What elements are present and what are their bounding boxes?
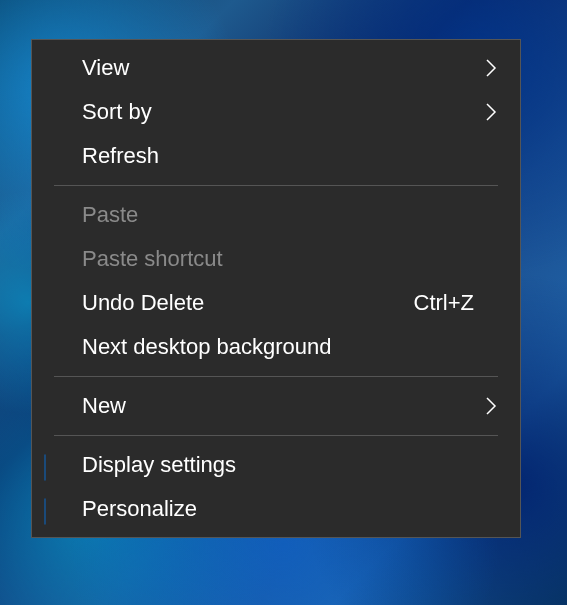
menu-item-refresh[interactable]: Refresh	[32, 134, 520, 178]
desktop-context-menu: View Sort by Refresh Paste Paste shortcu…	[31, 39, 521, 538]
menu-item-next-background[interactable]: Next desktop background	[32, 325, 520, 369]
menu-item-label: View	[80, 55, 480, 81]
menu-item-paste: Paste	[32, 193, 520, 237]
menu-item-label: Paste shortcut	[80, 246, 480, 272]
menu-item-label: New	[80, 393, 480, 419]
chevron-right-icon	[480, 396, 502, 416]
menu-item-sort-by[interactable]: Sort by	[32, 90, 520, 134]
menu-item-undo-delete[interactable]: Undo Delete Ctrl+Z	[32, 281, 520, 325]
menu-item-new[interactable]: New	[32, 384, 520, 428]
menu-item-label: Personalize	[80, 496, 480, 522]
desktop-wallpaper[interactable]: { "contextMenu": { "items": { "view": { …	[0, 0, 567, 605]
menu-item-label: Undo Delete	[80, 290, 414, 316]
menu-item-label: Next desktop background	[80, 334, 480, 360]
menu-item-view[interactable]: View	[32, 46, 520, 90]
chevron-right-icon	[480, 102, 502, 122]
menu-item-label: Display settings	[80, 452, 480, 478]
menu-separator	[54, 185, 498, 186]
menu-item-display-settings[interactable]: Display settings	[32, 443, 520, 487]
monitor-icon	[32, 455, 80, 475]
menu-item-label: Sort by	[80, 99, 480, 125]
menu-item-shortcut: Ctrl+Z	[414, 290, 481, 316]
menu-separator	[54, 376, 498, 377]
menu-item-label: Refresh	[80, 143, 480, 169]
personalize-icon	[32, 499, 80, 519]
menu-item-personalize[interactable]: Personalize	[32, 487, 520, 531]
menu-item-label: Paste	[80, 202, 480, 228]
menu-item-paste-shortcut: Paste shortcut	[32, 237, 520, 281]
chevron-right-icon	[480, 58, 502, 78]
menu-separator	[54, 435, 498, 436]
